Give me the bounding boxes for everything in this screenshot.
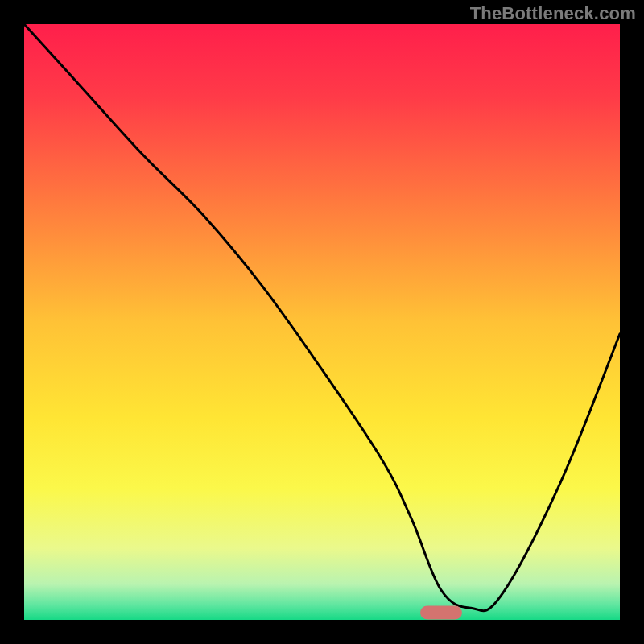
watermark-text: TheBottleneck.com — [470, 3, 636, 24]
bottleneck-chart — [0, 0, 644, 644]
plot-background — [24, 24, 620, 620]
optimal-marker — [420, 606, 462, 620]
chart-frame: TheBottleneck.com — [0, 0, 644, 644]
